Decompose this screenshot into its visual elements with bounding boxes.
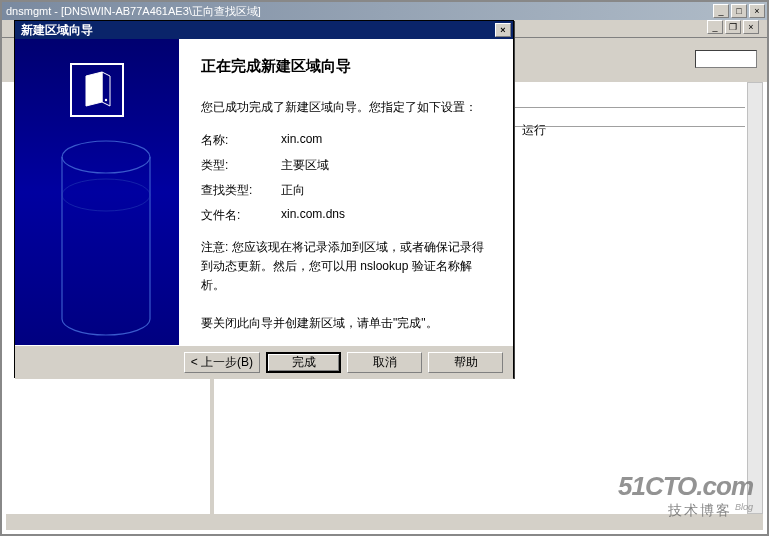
name-label: 名称:	[201, 132, 281, 149]
wizard-intro: 您已成功完成了新建区域向导。您指定了如下设置：	[201, 98, 491, 116]
wizard-close-instruction: 要关闭此向导并创建新区域，请单击"完成"。	[201, 314, 491, 333]
wizard-banner	[15, 39, 179, 345]
cylinder-graphic	[59, 139, 153, 339]
status-cell: 运行	[522, 122, 546, 139]
mdi-close-button[interactable]: ×	[743, 20, 759, 34]
watermark-domain: 51CTO.com	[618, 471, 753, 502]
wizard-note: 注意: 您应该现在将记录添加到区域，或者确保记录得到动态更新。然后，您可以用 n…	[201, 238, 491, 296]
svg-point-2	[105, 99, 107, 101]
watermark: 51CTO.com 技术博客 Blog	[618, 471, 753, 520]
type-label: 类型:	[201, 157, 281, 174]
summary-row-lookup: 查找类型: 正向	[201, 182, 491, 199]
summary-row-type: 类型: 主要区域	[201, 157, 491, 174]
new-zone-wizard-dialog: 新建区域向导 × 正在完成新建区域	[14, 20, 514, 378]
file-label: 文件名:	[201, 207, 281, 224]
summary-row-name: 名称: xin.com	[201, 132, 491, 149]
mdi-window-controls: _ ❐ ×	[707, 20, 759, 37]
dialog-body: 正在完成新建区域向导 您已成功完成了新建区域向导。您指定了如下设置： 名称: x…	[15, 39, 513, 345]
back-button[interactable]: < 上一步(B)	[184, 352, 260, 373]
summary-row-file: 文件名: xin.com.dns	[201, 207, 491, 224]
lookup-value: 正向	[281, 182, 491, 199]
watermark-blog: Blog	[735, 502, 753, 512]
panel-splitter[interactable]	[210, 378, 214, 514]
dialog-close-button[interactable]: ×	[495, 23, 511, 37]
main-window-title: dnsmgmt - [DNS\WIN-AB77A461AE3\正向查找区域]	[4, 4, 713, 19]
mdi-restore-button[interactable]: ❐	[725, 20, 741, 34]
mdi-minimize-button[interactable]: _	[707, 20, 723, 34]
window-controls: _ □ ×	[713, 4, 765, 18]
dialog-button-row: < 上一步(B) 完成 取消 帮助	[15, 345, 513, 379]
lookup-label: 查找类型:	[201, 182, 281, 199]
name-value: xin.com	[281, 132, 491, 149]
help-button[interactable]: 帮助	[428, 352, 503, 373]
svg-point-4	[62, 179, 150, 211]
server-icon	[70, 63, 124, 117]
toolbar-field[interactable]	[695, 50, 757, 68]
svg-point-3	[62, 141, 150, 173]
file-value: xin.com.dns	[281, 207, 491, 224]
wizard-heading: 正在完成新建区域向导	[201, 57, 491, 76]
dialog-titlebar: 新建区域向导 ×	[15, 21, 513, 39]
maximize-button[interactable]: □	[731, 4, 747, 18]
type-value: 主要区域	[281, 157, 491, 174]
cancel-button[interactable]: 取消	[347, 352, 422, 373]
close-button[interactable]: ×	[749, 4, 765, 18]
dialog-title: 新建区域向导	[17, 22, 495, 39]
main-window-titlebar: dnsmgmt - [DNS\WIN-AB77A461AE3\正向查找区域] _…	[2, 2, 767, 20]
minimize-button[interactable]: _	[713, 4, 729, 18]
watermark-label: 技术博客	[668, 502, 732, 518]
wizard-content: 正在完成新建区域向导 您已成功完成了新建区域向导。您指定了如下设置： 名称: x…	[179, 39, 513, 345]
svg-marker-0	[86, 72, 102, 106]
vertical-scrollbar[interactable]	[747, 82, 763, 514]
finish-button[interactable]: 完成	[266, 352, 341, 373]
